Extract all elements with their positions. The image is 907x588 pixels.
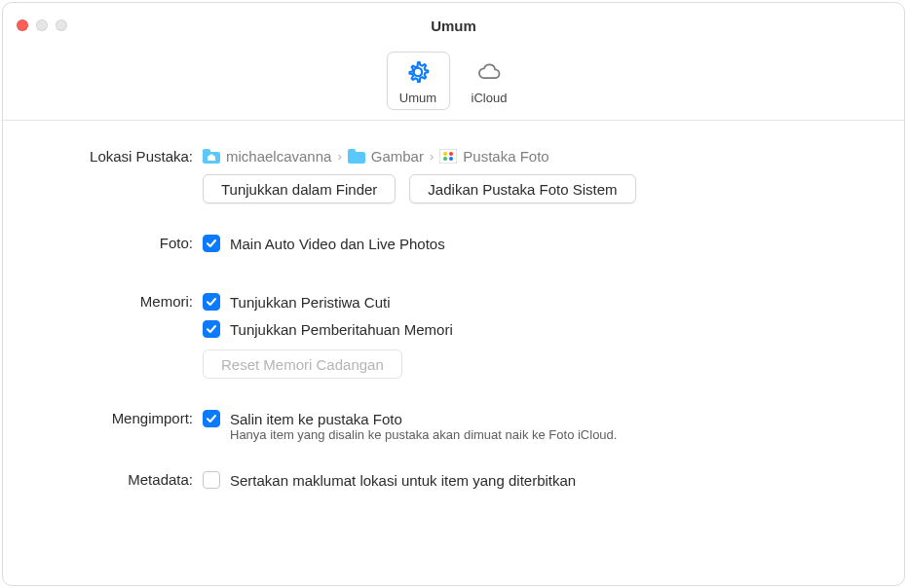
preferences-content: Lokasi Pustaka: michaelcavanna › Gambar …: [3, 121, 904, 585]
label-autoplay: Main Auto Video dan Live Photos: [230, 236, 445, 252]
chevron-right-icon: ›: [430, 149, 434, 164]
label-library-location: Lokasi Pustaka:: [42, 148, 203, 165]
breadcrumb-folder: Gambar: [371, 148, 424, 165]
svg-point-8: [449, 157, 453, 161]
label-copy-items: Salin item ke pustaka Foto: [230, 411, 402, 427]
home-folder-icon: [203, 149, 220, 164]
window-title: Umum: [3, 18, 904, 34]
show-in-finder-button[interactable]: Tunjukkan dalam Finder: [203, 174, 396, 203]
label-holiday-events: Tunjukkan Peristiwa Cuti: [230, 294, 391, 311]
label-include-location: Sertakan maklumat lokasi untuk item yang…: [230, 472, 576, 489]
tab-icloud[interactable]: iCloud: [458, 52, 521, 110]
titlebar: Umum: [3, 3, 904, 48]
close-window-button[interactable]: [17, 19, 28, 31]
copy-items-help-text: Hanya item yang disalin ke pustaka akan …: [203, 427, 865, 442]
checkbox-holiday-events[interactable]: [203, 293, 220, 311]
cloud-icon: [475, 58, 503, 89]
label-memory-notifications: Tunjukkan Pemberitahuan Memori: [230, 321, 453, 338]
checkbox-include-location[interactable]: [203, 471, 220, 489]
svg-rect-4: [439, 149, 457, 164]
svg-rect-1: [203, 149, 210, 154]
minimize-window-button[interactable]: [36, 19, 48, 31]
checkbox-autoplay[interactable]: [203, 235, 220, 252]
preferences-window: Umum Umum iCloud Lokasi Pustaka:: [2, 2, 905, 586]
label-memories: Memori:: [42, 293, 203, 310]
svg-point-7: [443, 157, 447, 161]
svg-point-5: [443, 152, 447, 156]
library-path-breadcrumb: michaelcavanna › Gambar › Pustaka Foto: [203, 148, 865, 165]
chevron-right-icon: ›: [337, 149, 341, 164]
use-as-system-library-button[interactable]: Jadikan Pustaka Foto Sistem: [409, 174, 635, 203]
checkbox-memory-notifications[interactable]: [203, 320, 220, 338]
preferences-toolbar: Umum iCloud: [3, 48, 904, 121]
folder-icon: [348, 149, 365, 164]
tab-icloud-label: iCloud: [472, 91, 508, 105]
tab-general[interactable]: Umum: [387, 52, 450, 110]
svg-rect-3: [348, 149, 356, 154]
label-photos: Foto:: [42, 235, 203, 251]
tab-general-label: Umum: [399, 91, 436, 105]
gear-icon: [404, 58, 432, 89]
label-metadata: Metadata:: [42, 471, 203, 488]
zoom-window-button[interactable]: [56, 19, 67, 31]
checkbox-copy-items[interactable]: [203, 410, 220, 427]
breadcrumb-user: michaelcavanna: [226, 148, 331, 165]
breadcrumb-library: Pustaka Foto: [463, 148, 548, 165]
photo-library-icon: [439, 149, 457, 164]
svg-point-6: [449, 152, 453, 156]
label-importing: Mengimport:: [42, 410, 203, 426]
reset-suggested-memories-button: Reset Memori Cadangan: [203, 349, 402, 379]
traffic-lights: [17, 19, 67, 31]
